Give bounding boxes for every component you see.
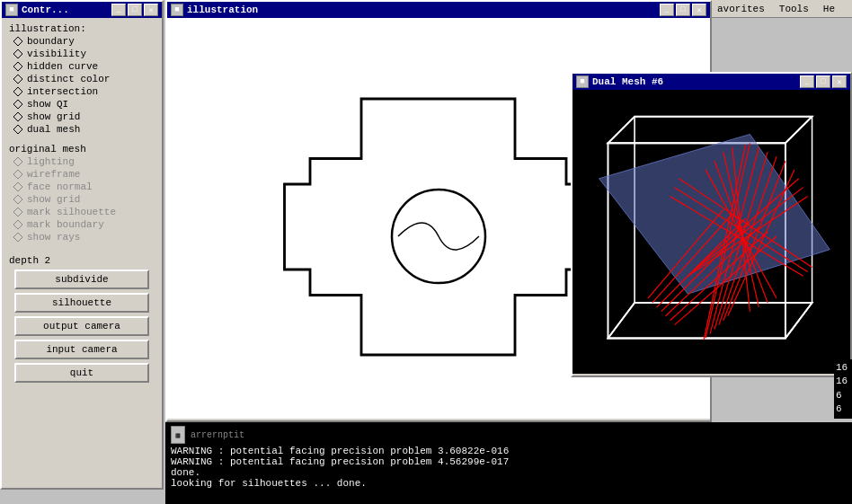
console-line-2: WARNING : potential facing precision pro… [171,456,847,467]
label-mark-silhouette: mark silhouette [27,207,116,217]
checkbox-intersection[interactable]: intersection [9,86,155,97]
label-face-normal: face normal [27,181,93,192]
checkbox-hidden-curve[interactable]: hidden curve [9,61,155,72]
svg-marker-1 [13,49,22,58]
dual-mesh-icon: ■ [576,75,589,88]
console-line-3: done. [171,467,847,478]
svg-marker-12 [13,208,22,217]
svg-marker-11 [13,195,22,204]
svg-marker-8 [13,157,22,166]
diamond-icon-boundary [13,36,23,47]
illus-restore-button[interactable]: □ [676,4,690,16]
svg-marker-9 [13,170,22,179]
checkbox-dual-mesh[interactable]: dual mesh [9,124,155,135]
diamond-icon-show-grid [13,111,23,122]
svg-marker-7 [13,125,22,134]
number-16-1: 16 [836,361,850,375]
silhouette-button[interactable]: silhouette [14,293,149,313]
number-6-2: 6 [836,402,850,416]
label-show-qi: show QI [27,99,68,110]
control-panel-title: Contr... [22,4,69,15]
close-button[interactable]: ✕ [144,4,158,16]
menu-item-he[interactable]: He [820,2,839,16]
svg-marker-14 [13,233,22,242]
dual-mesh-titlebar: ■ Dual Mesh #6 _ □ ✕ [572,74,850,90]
control-panel-titlebar: ■ Contr... _ □ ✕ [2,2,162,18]
console-line-4: looking for silhouettes ... done. [171,478,847,489]
minimize-button[interactable]: _ [111,4,126,16]
label-wireframe: wireframe [27,169,80,180]
checkbox-mark-boundary[interactable]: mark boundary [9,219,155,230]
console-area: ▦ arrernptit WARNING : potential facing … [165,422,852,504]
checkbox-show-rays[interactable]: show rays [9,232,155,243]
label-lighting: lighting [27,156,75,167]
diamond-icon-distinct-color [13,74,23,84]
console-icon: ▦ arrernptit [171,426,847,444]
input-camera-button[interactable]: input camera [14,340,149,359]
illustration-icon: ■ [171,4,183,16]
illustration-titlebar: ■ illustration _ □ ✕ [167,2,710,18]
label-mark-boundary: mark boundary [27,219,104,230]
checkbox-mark-silhouette[interactable]: mark silhouette [9,207,155,217]
svg-marker-0 [13,37,22,46]
original-mesh-section-label: original mesh [9,144,155,155]
dual-mesh-canvas[interactable] [572,90,850,374]
checkbox-show-grid-2[interactable]: show grid [9,194,155,205]
checkbox-visibility[interactable]: visibility [9,49,155,59]
illus-close-button[interactable]: ✕ [692,4,706,16]
dual-close-button[interactable]: ✕ [832,75,847,88]
label-visibility: visibility [27,49,86,59]
svg-line-24 [608,303,635,338]
illustration-title: illustration [187,4,258,15]
checkbox-wireframe[interactable]: wireframe [9,169,155,180]
dual-minimize-button[interactable]: _ [800,75,814,88]
svg-marker-6 [13,112,22,121]
svg-line-25 [785,303,812,338]
diamond-icon-show-grid-2 [13,194,23,205]
label-show-rays: show rays [27,232,80,243]
control-panel-content: illustration: boundary visibility hidden… [2,18,162,392]
diamond-icon-show-rays [13,232,23,243]
svg-marker-10 [13,182,22,191]
dual-restore-button[interactable]: □ [816,75,830,88]
svg-marker-3 [13,75,22,84]
numbers-panel: 16 16 6 6 [834,359,852,419]
illus-minimize-button[interactable]: _ [660,4,674,16]
label-dual-mesh: dual mesh [27,124,80,135]
label-distinct-color: distinct color [27,74,110,84]
label-hidden-curve: hidden curve [27,61,98,72]
checkbox-show-grid[interactable]: show grid [9,111,155,122]
control-panel-icon: ■ [5,4,18,16]
diamond-icon-mark-boundary [13,219,23,230]
console-app-label: arrernptit [191,430,244,440]
checkbox-distinct-color[interactable]: distinct color [9,74,155,84]
subdivide-button[interactable]: subdivide [14,270,149,289]
svg-line-22 [608,117,635,144]
menu-item-tools[interactable]: Tools [776,2,812,16]
diamond-icon-hidden-curve [13,61,23,72]
dual-mesh-svg [572,90,850,374]
diamond-icon-lighting [13,156,23,167]
diamond-icon-dual-mesh [13,124,23,135]
checkbox-face-normal[interactable]: face normal [9,181,155,192]
svg-marker-18 [608,117,635,339]
restore-button[interactable]: □ [128,4,142,16]
label-show-grid: show grid [27,111,80,122]
svg-marker-17 [608,117,812,144]
menu-item-favorites[interactable]: avorites [714,2,768,16]
checkbox-show-qi[interactable]: show QI [9,99,155,110]
checkbox-lighting[interactable]: lighting [9,156,155,167]
checkbox-boundary[interactable]: boundary [9,36,155,47]
number-16-2: 16 [836,375,850,388]
diamond-icon-mark-silhouette [13,207,23,217]
diamond-icon-intersection [13,86,23,97]
menu-bar: avorites Tools He [710,0,852,18]
svg-marker-2 [13,62,22,71]
console-line-1: WARNING : potential facing precision pro… [171,446,847,456]
quit-button[interactable]: quit [14,363,149,383]
output-camera-button[interactable]: output camera [14,316,149,336]
svg-line-23 [785,117,812,144]
diamond-icon-visibility [13,49,23,59]
diamond-icon-show-qi [13,99,23,110]
number-6-1: 6 [836,389,850,402]
